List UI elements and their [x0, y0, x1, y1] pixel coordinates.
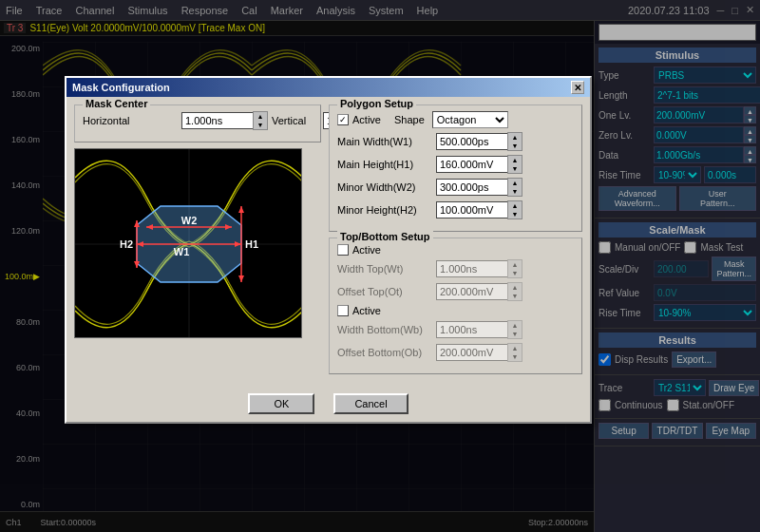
width-top-spin: ▲ ▼ [436, 259, 522, 278]
width-bottom-label: Width Bottom(Wb) [337, 324, 432, 335]
offset-top-label: Offset Top(Ot) [337, 286, 432, 297]
width-top-label: Width Top(Wt) [337, 263, 432, 275]
eye-preview: W1 W2 H1 [74, 148, 302, 338]
main-height-spinners: ▲ ▼ [507, 155, 522, 174]
main-width-spin: ▲ ▼ [436, 132, 522, 151]
offset-bottom-spin: ▲ ▼ [436, 343, 522, 362]
active-checkbox[interactable]: ✓ [337, 114, 349, 125]
top-active-label: Active [352, 244, 381, 256]
svg-text:H2: H2 [120, 238, 133, 250]
minor-height-label: Minor Height(H2) [337, 204, 432, 216]
width-top-row: Width Top(Wt) ▲ ▼ [337, 259, 574, 278]
main-width-spinners: ▲ ▼ [507, 132, 522, 151]
width-bottom-spin: ▲ ▼ [436, 320, 522, 339]
main-height-label: Main Height(H1) [337, 159, 432, 170]
minor-height-spinners: ▲ ▼ [507, 200, 522, 219]
horizontal-spin: ▲ ▼ [181, 111, 268, 130]
bottom-active-label: Active [352, 305, 381, 316]
top-bottom-group: Top/Bottom Setup Active Width Top(Wt) ▲ [329, 238, 582, 374]
svg-text:H1: H1 [245, 238, 258, 250]
cancel-button[interactable]: Cancel [333, 393, 408, 414]
dialog-title: Mask Configuration [72, 82, 170, 93]
dialog-right: Polygon Setup ✓ Active Shape Octagon Mai… [329, 104, 582, 380]
offset-top-up[interactable]: ▲ [508, 283, 522, 292]
top-active-row: Active [337, 244, 574, 256]
offset-top-row: Offset Top(Ot) ▲ ▼ [337, 282, 574, 301]
dialog-close-button[interactable]: ✕ [571, 81, 584, 94]
main-height-row: Main Height(H1) ▲ ▼ [337, 155, 574, 174]
minor-width-label: Minor Width(W2) [337, 181, 432, 193]
main-height-up[interactable]: ▲ [508, 156, 522, 164]
mask-center-row: Horizontal ▲ ▼ Vertical ▲ [83, 111, 313, 130]
offset-top-input[interactable] [436, 283, 507, 300]
offset-top-down[interactable]: ▼ [508, 292, 522, 300]
polygon-setup-group: Polygon Setup ✓ Active Shape Octagon Mai… [329, 104, 582, 232]
width-bottom-row: Width Bottom(Wb) ▲ ▼ [337, 320, 574, 339]
minor-height-row: Minor Height(H2) ▲ ▼ [337, 200, 574, 219]
width-bottom-input[interactable] [436, 321, 507, 338]
dialog-body: Mask Center Horizontal ▲ ▼ Vertical [66, 97, 590, 388]
horizontal-spinners: ▲ ▼ [253, 111, 268, 130]
main-height-input[interactable] [436, 156, 507, 173]
minor-width-input[interactable] [436, 179, 507, 196]
horizontal-down[interactable]: ▼ [254, 121, 267, 129]
offset-bottom-spinners: ▲ ▼ [507, 343, 522, 362]
width-top-up[interactable]: ▲ [508, 260, 522, 269]
minor-width-spinners: ▲ ▼ [507, 178, 522, 197]
horizontal-label: Horizontal [83, 115, 178, 126]
offset-top-spin: ▲ ▼ [436, 282, 522, 301]
width-top-down[interactable]: ▼ [508, 269, 522, 277]
shape-select[interactable]: Octagon [432, 111, 508, 128]
mask-center-title: Mask Center [83, 98, 150, 109]
width-bottom-down[interactable]: ▼ [508, 330, 522, 338]
offset-bottom-up[interactable]: ▲ [508, 344, 522, 352]
offset-bottom-label: Offset Bottom(Ob) [337, 347, 432, 358]
main-width-down[interactable]: ▼ [508, 142, 522, 150]
minor-height-spin: ▲ ▼ [436, 200, 522, 219]
main-width-up[interactable]: ▲ [508, 133, 522, 142]
bottom-active-checkbox[interactable] [337, 305, 349, 316]
minor-height-input[interactable] [436, 201, 507, 218]
active-label: Active [352, 114, 381, 125]
width-top-input[interactable] [436, 260, 507, 277]
polygon-setup-title: Polygon Setup [337, 98, 416, 109]
mask-dialog: Mask Configuration ✕ Mask Center Horizon… [65, 76, 592, 424]
offset-bottom-row: Offset Bottom(Ob) ▲ ▼ [337, 343, 574, 362]
vertical-label: Vertical [272, 115, 319, 126]
svg-text:W1: W1 [174, 246, 190, 257]
modal-overlay: Mask Configuration ✕ Mask Center Horizon… [0, 0, 760, 532]
dialog-footer: OK Cancel [66, 388, 590, 422]
main-height-spin: ▲ ▼ [436, 155, 522, 174]
main-width-input[interactable] [436, 133, 507, 150]
offset-bottom-down[interactable]: ▼ [508, 352, 522, 361]
width-top-spinners: ▲ ▼ [507, 259, 522, 278]
width-bottom-up[interactable]: ▲ [508, 321, 522, 330]
width-bottom-spinners: ▲ ▼ [507, 320, 522, 339]
minor-width-spin: ▲ ▼ [436, 178, 522, 197]
main-height-down[interactable]: ▼ [508, 164, 522, 173]
svg-text:W2: W2 [181, 215, 198, 226]
top-active-checkbox[interactable] [337, 244, 349, 256]
shape-label: Shape [394, 114, 425, 125]
ok-button[interactable]: OK [248, 393, 314, 414]
minor-width-down[interactable]: ▼ [508, 187, 522, 196]
eye-diagram-svg: W1 W2 H1 [75, 149, 302, 338]
minor-width-up[interactable]: ▲ [508, 179, 522, 187]
main-width-label: Main Width(W1) [337, 136, 432, 147]
minor-height-up[interactable]: ▲ [508, 201, 522, 210]
mask-center-group: Mask Center Horizontal ▲ ▼ Vertical [74, 104, 321, 142]
active-shape-row: ✓ Active Shape Octagon [337, 111, 574, 128]
minor-height-down[interactable]: ▼ [508, 210, 522, 218]
dialog-titlebar: Mask Configuration ✕ [66, 78, 590, 97]
bottom-active-row: Active [337, 305, 574, 316]
main-width-row: Main Width(W1) ▲ ▼ [337, 132, 574, 151]
dialog-left: Mask Center Horizontal ▲ ▼ Vertical [74, 104, 321, 380]
offset-top-spinners: ▲ ▼ [507, 282, 522, 301]
horizontal-up[interactable]: ▲ [254, 112, 267, 121]
offset-bottom-input[interactable] [436, 344, 507, 361]
top-bottom-title: Top/Bottom Setup [337, 231, 433, 242]
horizontal-input[interactable] [181, 112, 253, 129]
minor-width-row: Minor Width(W2) ▲ ▼ [337, 178, 574, 197]
